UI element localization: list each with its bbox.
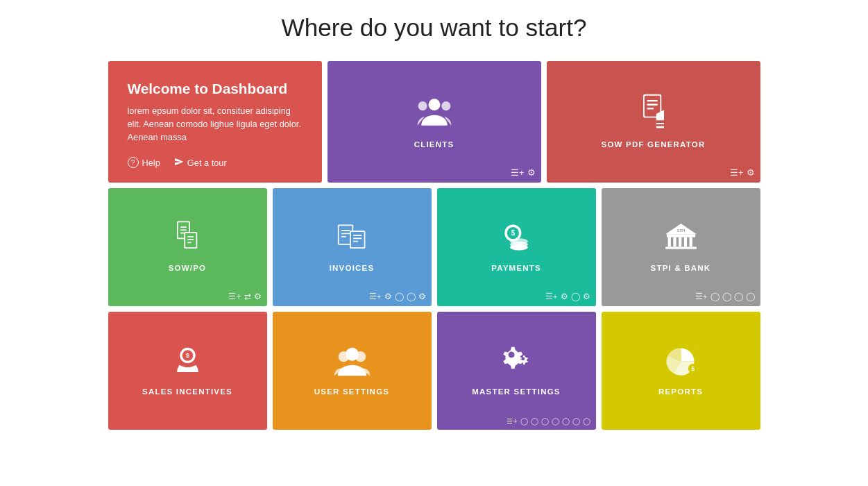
payments-label-main: PAYMENTS	[491, 264, 541, 272]
paper-plane-icon-main	[174, 157, 184, 169]
sow-po-list1-main[interactable]: ☰+	[228, 292, 241, 301]
welcome-desc-main: lorem epsum dolor sit, consituer adisipi…	[128, 104, 303, 144]
dashboard-row-2: SOW/PO ☰+ ⇄ ⚙	[108, 188, 760, 306]
svg-point-128	[346, 348, 359, 361]
pay-list-main[interactable]: ☰+	[545, 292, 558, 301]
reports-label-main: REPORTS	[658, 387, 703, 396]
clients-tile-main[interactable]: CLIENTS ☰+ ⚙	[327, 61, 541, 183]
sales-incentives-label-main: SALES INCENTIVES	[142, 387, 232, 396]
svg-point-79	[418, 101, 427, 110]
sow-po-gear-main[interactable]: ⚙	[254, 292, 262, 301]
sow-pdf-label-main: SOW PDF GENERATOR	[602, 140, 706, 149]
master-settings-actions-main: ☰+ ◯ ◯ ◯ ◯ ◯ ◯ ◯	[507, 417, 590, 425]
svg-rect-115	[666, 234, 695, 237]
stpi-bank-icon-main: STPI	[662, 219, 700, 257]
svg-rect-117	[673, 237, 676, 247]
sow-pdf-tile-main[interactable]: SOW PDF GENERATOR ☰+ ⚙	[547, 61, 760, 183]
sow-pdf-list-main[interactable]: ☰+	[730, 167, 743, 178]
svg-text:$: $	[691, 365, 695, 372]
inv-g2-main[interactable]: ⚙	[418, 292, 426, 301]
ms-list-main[interactable]: ☰+	[507, 417, 517, 425]
help-link-main[interactable]: ? Help	[128, 157, 160, 169]
inv-list-main[interactable]: ☰+	[369, 292, 382, 301]
ms-c5-main[interactable]: ◯	[562, 417, 570, 425]
clients-icon-main	[414, 92, 455, 133]
sow-pdf-icon-main	[633, 92, 674, 133]
sales-incentives-icon-main: $	[169, 342, 207, 380]
svg-point-78	[441, 101, 450, 110]
stpi-c1-main[interactable]: ◯	[710, 292, 720, 301]
stpi-bank-tile-main[interactable]: STPI STPI & BANK ☰+ ◯ ◯ ◯ ◯	[602, 188, 760, 306]
svg-rect-104	[350, 232, 364, 247]
invoices-label-main: INVOICES	[330, 264, 375, 272]
stpi-list-main[interactable]: ☰+	[695, 292, 708, 301]
inv-g1-main[interactable]: ⚙	[384, 292, 392, 301]
payments-actions-main: ☰+ ⚙ ◯ ⚙	[545, 292, 590, 301]
pay-c1-main[interactable]: ◯	[571, 292, 580, 301]
svg-rect-119	[683, 237, 686, 247]
payments-icon-main: $	[497, 219, 536, 257]
inv-c2-main[interactable]: ◯	[407, 292, 416, 301]
welcome-tile-main[interactable]: Welcome to Dashboard lorem epsum dolor s…	[108, 61, 322, 183]
invoices-tile-main[interactable]: INVOICES ☰+ ⚙ ◯ ◯ ⚙	[273, 188, 432, 306]
tour-link-main[interactable]: Get a tour	[174, 157, 227, 169]
clients-list-main[interactable]: ☰+	[511, 167, 524, 178]
svg-text:$: $	[511, 229, 515, 237]
invoices-icon-main	[333, 219, 371, 257]
help-icon-main: ?	[128, 157, 139, 168]
master-settings-label-main: MASTER SETTINGS	[472, 387, 560, 396]
svg-point-129	[508, 351, 514, 358]
svg-rect-121	[665, 246, 697, 249]
svg-rect-118	[679, 237, 681, 247]
sow-pdf-gear-main[interactable]: ⚙	[747, 167, 755, 178]
pay-g2-main[interactable]: ⚙	[583, 292, 590, 301]
svg-text:$: $	[185, 351, 189, 359]
svg-rect-116	[667, 237, 670, 247]
svg-rect-86	[656, 121, 663, 124]
sow-po-label-main: SOW/PO	[169, 264, 207, 272]
payments-tile-main[interactable]: $ PAYMENTS ☰+ ⚙ ◯ ⚙	[437, 188, 596, 306]
sow-pdf-actions-main: ☰+ ⚙	[730, 167, 754, 178]
ms-c7-main[interactable]: ◯	[583, 417, 590, 425]
master-settings-icon-main	[497, 342, 536, 380]
clients-gear-main[interactable]: ⚙	[527, 167, 536, 178]
sow-po-tile-main[interactable]: SOW/PO ☰+ ⇄ ⚙	[108, 188, 267, 306]
user-settings-tile-main[interactable]: USER SETTINGS	[273, 312, 432, 430]
master-settings-tile-main[interactable]: MASTER SETTINGS ☰+ ◯ ◯ ◯ ◯ ◯ ◯ ◯	[437, 312, 596, 430]
stpi-bank-actions-main: ☰+ ◯ ◯ ◯ ◯	[695, 292, 755, 301]
page-title: Where do you want to start?	[281, 14, 586, 42]
stpi-bank-label-main: STPI & BANK	[651, 264, 711, 272]
dashboard-wrapper: Welcome to Dashboard lorem epsum dolor s…	[108, 61, 760, 430]
ms-c3-main[interactable]: ◯	[541, 417, 549, 425]
ms-c6-main[interactable]: ◯	[572, 417, 580, 425]
stpi-c4-main[interactable]: ◯	[746, 292, 755, 301]
svg-text:STPI: STPI	[676, 228, 685, 233]
svg-rect-87	[656, 124, 663, 126]
sow-po-list2-main[interactable]: ⇄	[244, 292, 251, 301]
svg-point-77	[428, 99, 440, 111]
reports-tile-main[interactable]: $ REPORTS	[602, 312, 760, 430]
svg-rect-120	[689, 237, 692, 247]
clients-label-main: CLIENTS	[414, 140, 454, 149]
stpi-c2-main[interactable]: ◯	[722, 292, 731, 301]
stpi-c3-main[interactable]: ◯	[734, 292, 743, 301]
dashboard-row-1: Welcome to Dashboard lorem epsum dolor s…	[108, 61, 760, 183]
dashboard-row-3: $ SALES INCENTIVES USER SETTINGS	[108, 312, 760, 430]
welcome-links-main: ? Help Get a tour	[128, 157, 303, 169]
clients-actions-main: ☰+ ⚙	[511, 167, 535, 178]
reports-icon-main: $	[662, 342, 700, 380]
invoices-actions-main: ☰+ ⚙ ◯ ◯ ⚙	[369, 292, 426, 301]
ms-c2-main[interactable]: ◯	[531, 417, 538, 425]
welcome-title-main: Welcome to Dashboard	[128, 81, 303, 97]
ms-c4-main[interactable]: ◯	[552, 417, 559, 425]
ms-c1-main[interactable]: ◯	[520, 417, 528, 425]
user-settings-icon-main	[333, 342, 371, 380]
pay-g1-main[interactable]: ⚙	[561, 292, 568, 301]
inv-c1-main[interactable]: ◯	[395, 292, 404, 301]
sow-po-icon-main	[169, 219, 207, 257]
sow-po-actions-main: ☰+ ⇄ ⚙	[228, 292, 261, 301]
svg-point-130	[521, 357, 525, 360]
sales-incentives-tile-main[interactable]: $ SALES INCENTIVES	[108, 312, 267, 430]
user-settings-label-main: USER SETTINGS	[314, 387, 389, 396]
